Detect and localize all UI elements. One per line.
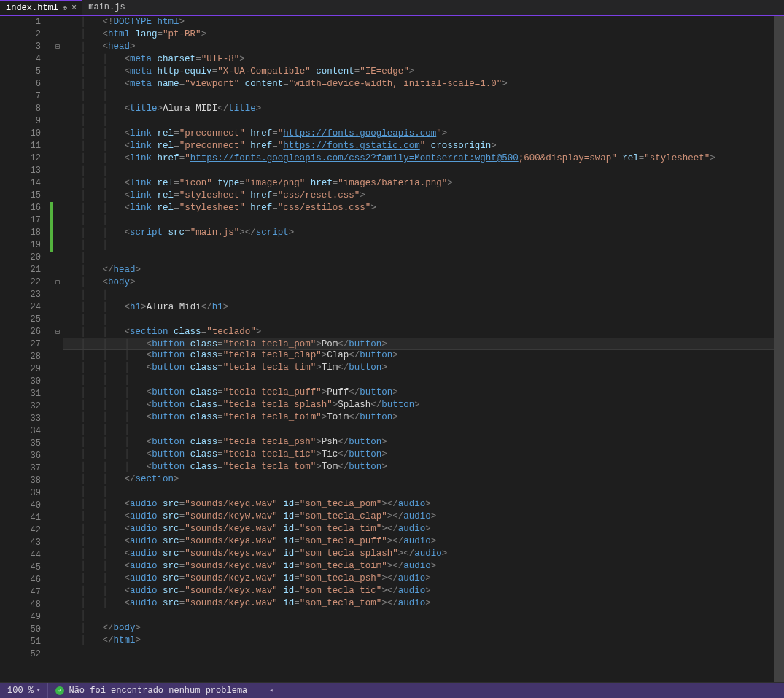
fold-toggle-icon bbox=[53, 78, 63, 90]
code-line[interactable]: │ │ │ <button class="tecla tecla_puff">P… bbox=[63, 387, 784, 399]
code-line[interactable]: │ │ <audio src="sounds/keyq.wav" id="som… bbox=[63, 498, 784, 511]
fold-toggle-icon bbox=[53, 314, 63, 326]
code-line[interactable]: │ │ <title>Alura MIDI</title> bbox=[63, 103, 784, 115]
code-area[interactable]: │ <!DOCTYPE html> │ <html lang="pt-BR"> … bbox=[63, 16, 784, 682]
code-line[interactable]: │ │ <h1>Alura Midi</h1> bbox=[63, 301, 784, 314]
code-line[interactable]: │ │ <meta name="viewport" content="width… bbox=[63, 78, 784, 90]
code-line[interactable]: │ </body> bbox=[63, 622, 784, 635]
fold-toggle-icon bbox=[53, 388, 63, 400]
code-line[interactable]: │ │ │ bbox=[63, 424, 784, 436]
code-line[interactable]: │ │ <meta http-equiv="X-UA-Compatible" c… bbox=[63, 66, 784, 78]
fold-toggle-icon bbox=[53, 28, 63, 41]
code-line[interactable]: │ bbox=[63, 610, 784, 622]
code-line[interactable]: │ │ <audio src="sounds/keya.wav" id="som… bbox=[63, 535, 784, 548]
code-line[interactable]: │ │ │ <button class="tecla tecla_tim">Ti… bbox=[63, 362, 784, 374]
code-line[interactable]: │ │ <audio src="sounds/keyw.wav" id="som… bbox=[63, 511, 784, 523]
chevron-down-icon: ▾ bbox=[36, 686, 40, 694]
code-line[interactable]: │ │ <audio src="sounds/keyc.wav" id="som… bbox=[63, 597, 784, 610]
fold-toggle-icon bbox=[53, 214, 63, 227]
vertical-scrollbar[interactable] bbox=[774, 16, 784, 682]
code-line[interactable]: │ │ bbox=[63, 486, 784, 498]
fold-toggle-icon bbox=[53, 512, 63, 524]
code-line[interactable]: │ │ bbox=[63, 90, 784, 103]
fold-toggle-icon bbox=[53, 140, 63, 152]
code-line[interactable]: │ <!DOCTYPE html> bbox=[63, 16, 784, 28]
code-line[interactable]: │ │ <link rel="stylesheet" href="css/est… bbox=[63, 202, 784, 214]
code-line[interactable]: │ </head> bbox=[63, 264, 784, 276]
code-line[interactable]: │ │ <link rel="stylesheet" href="css/res… bbox=[63, 190, 784, 202]
fold-toggle-icon bbox=[53, 128, 63, 140]
code-line[interactable]: │ │ <audio src="sounds/keyd.wav" id="som… bbox=[63, 560, 784, 573]
code-line[interactable]: │ │ bbox=[63, 214, 784, 227]
code-line[interactable]: │ │ <audio src="sounds/keyx.wav" id="som… bbox=[63, 585, 784, 597]
fold-toggle-icon bbox=[53, 152, 63, 165]
code-line[interactable]: │ │ <audio src="sounds/keys.wav" id="som… bbox=[63, 548, 784, 560]
problems-text: Não foi encontrado nenhum problema bbox=[69, 686, 247, 696]
code-line[interactable]: │ │ </section> bbox=[63, 473, 784, 486]
code-line[interactable]: │ │ <link rel="preconnect" href="https:/… bbox=[63, 140, 784, 152]
fold-toggle-icon bbox=[53, 252, 63, 264]
close-icon[interactable]: × bbox=[71, 3, 77, 13]
fold-toggle-icon bbox=[53, 586, 63, 599]
code-line[interactable]: │ │ │ <button class="tecla tecla_toim">T… bbox=[63, 411, 784, 424]
fold-toggle-icon bbox=[53, 376, 63, 388]
fold-toggle-icon bbox=[53, 524, 63, 537]
code-line[interactable]: │ │ │ <button class="tecla tecla_psh">Ps… bbox=[63, 436, 784, 449]
fold-toggle-icon bbox=[53, 239, 63, 252]
code-line[interactable]: │ </html> bbox=[63, 635, 784, 647]
code-line[interactable]: │ │ │ <button class="tecla tecla_tom">To… bbox=[63, 461, 784, 473]
tab-index-html[interactable]: index.html ⊕ × bbox=[0, 0, 82, 15]
code-line[interactable]: │ │ <link rel="icon" type="image/png" hr… bbox=[63, 177, 784, 190]
fold-toggle-icon bbox=[53, 487, 63, 500]
status-bar: 100 % ▾ ✓ Não foi encontrado nenhum prob… bbox=[0, 682, 784, 698]
zoom-level: 100 % bbox=[7, 686, 34, 696]
fold-toggle-icon bbox=[53, 562, 63, 574]
code-line[interactable]: │ │ <audio src="sounds/keyz.wav" id="som… bbox=[63, 573, 784, 585]
pin-icon[interactable]: ⊕ bbox=[63, 4, 67, 12]
check-icon: ✓ bbox=[55, 686, 64, 695]
code-line[interactable]: │ │ <meta charset="UTF-8"> bbox=[63, 53, 784, 66]
code-line[interactable]: │ bbox=[63, 252, 784, 264]
code-line[interactable]: │ │ │ <button class="tecla tecla_tic">Ti… bbox=[63, 449, 784, 461]
tab-label: index.html bbox=[6, 3, 58, 13]
tab-bar: index.html ⊕ × main.js bbox=[0, 0, 784, 16]
editor[interactable]: 1234567891011121314151617181920212223242… bbox=[0, 16, 784, 682]
code-line[interactable]: │ │ bbox=[63, 115, 784, 128]
code-line[interactable]: │ │ <link href="https://fonts.googleapis… bbox=[63, 152, 784, 165]
chevron-left-icon[interactable]: ◂ bbox=[269, 686, 273, 694]
fold-toggle-icon bbox=[53, 16, 63, 28]
fold-toggle-icon[interactable]: ⊟ bbox=[53, 326, 63, 338]
problems-status[interactable]: ✓ Não foi encontrado nenhum problema bbox=[48, 686, 255, 696]
code-line[interactable] bbox=[63, 647, 784, 659]
code-line[interactable]: │ │ <section class="teclado"> bbox=[63, 326, 784, 338]
code-line[interactable]: │ <body> bbox=[63, 276, 784, 289]
fold-toggle-icon bbox=[53, 500, 63, 512]
fold-toggle-icon bbox=[53, 611, 63, 624]
fold-toggle-icon bbox=[53, 624, 63, 636]
fold-toggle-icon bbox=[53, 165, 63, 177]
fold-toggle-icon[interactable]: ⊟ bbox=[53, 276, 63, 289]
code-line[interactable]: │ │ bbox=[63, 289, 784, 301]
fold-toggle-icon bbox=[53, 438, 63, 450]
code-line[interactable]: │ │ │ <button class="tecla tecla_clap">C… bbox=[63, 349, 784, 362]
fold-toggle-icon bbox=[53, 338, 63, 351]
fold-toggle-icon bbox=[53, 537, 63, 549]
code-line[interactable]: │ │ <audio src="sounds/keye.wav" id="som… bbox=[63, 523, 784, 535]
code-line[interactable]: │ │ │ <button class="tecla tecla_splash"… bbox=[63, 399, 784, 411]
code-line[interactable]: │ │ │ <button class="tecla tecla_pom">Po… bbox=[63, 338, 784, 350]
fold-toggle-icon[interactable]: ⊟ bbox=[53, 41, 63, 53]
zoom-control[interactable]: 100 % ▾ bbox=[0, 683, 48, 698]
code-line[interactable]: │ │ <script src="main.js"></script> bbox=[63, 227, 784, 239]
code-line[interactable]: │ <html lang="pt-BR"> bbox=[63, 28, 784, 41]
code-line[interactable]: │ <head> bbox=[63, 41, 784, 53]
code-line[interactable]: │ │ bbox=[63, 239, 784, 252]
code-line[interactable]: │ │ bbox=[63, 314, 784, 326]
fold-toggle-icon bbox=[53, 351, 63, 363]
code-line[interactable]: │ │ │ bbox=[63, 374, 784, 387]
tab-main-js[interactable]: main.js bbox=[82, 0, 131, 15]
fold-toggle-icon bbox=[53, 549, 63, 562]
code-line[interactable]: │ │ <link rel="preconnect" href="https:/… bbox=[63, 128, 784, 140]
fold-toggle-icon bbox=[53, 636, 63, 648]
fold-column: ⊟⊟⊟ bbox=[53, 16, 63, 682]
code-line[interactable]: │ │ bbox=[63, 165, 784, 177]
